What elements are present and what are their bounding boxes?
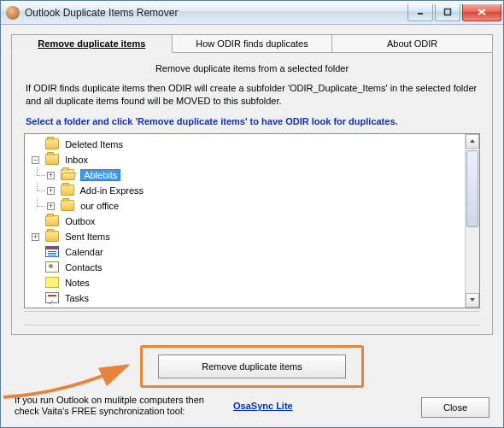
tree-toggle-expand[interactable]: + — [32, 233, 39, 241]
folder-tree-container: + Deleted Items − Inbox + — [24, 133, 480, 308]
tree-label: Outbox — [65, 216, 95, 226]
remove-duplicates-button[interactable]: Remove duplicate items — [158, 355, 346, 378]
tree-node-inbox[interactable]: − Inbox + Ablebits + — [32, 152, 463, 214]
instruction-text: Select a folder and click 'Remove duplic… — [26, 116, 478, 126]
tree-toggle-collapse[interactable]: − — [32, 156, 39, 164]
svg-rect-1 — [445, 9, 451, 15]
folder-open-icon — [61, 169, 74, 180]
maximize-button[interactable] — [435, 4, 460, 21]
tree-label: Sent Items — [65, 232, 110, 242]
tree-label: Tasks — [65, 293, 89, 303]
folder-icon — [45, 231, 59, 242]
tree-label-selected: Ablebits — [80, 169, 120, 181]
tree-node-ablebits[interactable]: + Ablebits — [47, 167, 463, 183]
folder-icon — [45, 154, 59, 165]
tree-label: our office — [80, 201, 119, 211]
tree-node-contacts[interactable]: + Contacts — [32, 260, 463, 275]
tree-node-outbox[interactable]: + Outbox — [32, 214, 463, 229]
tree-toggle-expand[interactable]: + — [47, 187, 55, 195]
tab-how-odir-finds[interactable]: How ODIR finds duplicates — [173, 34, 333, 53]
tab-strip: Remove duplicate items How ODIR finds du… — [11, 33, 493, 52]
tree-label: Contacts — [65, 262, 102, 273]
folder-icon — [61, 200, 74, 211]
tree-node-calendar[interactable]: + Calendar — [32, 244, 463, 260]
folder-icon — [45, 138, 59, 150]
tab-about-odir[interactable]: About ODIR — [332, 34, 493, 53]
action-row: Remove duplicate items — [11, 345, 493, 388]
tree-node-notes[interactable]: + Notes — [32, 275, 463, 290]
tree-label: Deleted Items — [65, 139, 123, 150]
osasync-link[interactable]: OsaSync Lite — [233, 401, 293, 411]
scroll-thumb[interactable] — [466, 150, 478, 227]
tab-remove-duplicates[interactable]: Remove duplicate items — [11, 34, 173, 53]
svg-marker-5 — [470, 298, 475, 302]
highlight-annotation: Remove duplicate items — [140, 345, 364, 388]
folder-icon — [45, 215, 59, 226]
app-icon — [6, 6, 20, 20]
tree-label: Calendar — [65, 247, 103, 257]
tab-pane: Remove duplicate items from a selected f… — [11, 52, 493, 335]
notes-icon — [45, 277, 59, 288]
app-window: Outlook Duplicate Items Remover Remove d… — [0, 0, 504, 428]
footer: If you run Outlook on mulitple computers… — [11, 391, 493, 420]
close-button[interactable]: Close — [421, 397, 489, 418]
scroll-down-button[interactable] — [466, 293, 479, 308]
tasks-icon — [45, 292, 59, 303]
folder-icon — [61, 185, 74, 196]
tree-label: Inbox — [65, 155, 88, 165]
minimize-button[interactable] — [407, 4, 433, 21]
tree-label: Add-in Express — [80, 185, 144, 196]
tree-node-office[interactable]: + our office — [47, 198, 463, 214]
tree-label: Notes — [65, 278, 90, 288]
tree-toggle-expand[interactable]: + — [47, 202, 55, 210]
vertical-scrollbar[interactable] — [465, 134, 479, 308]
scroll-up-button[interactable] — [466, 134, 479, 149]
window-buttons — [406, 4, 501, 21]
contacts-icon — [45, 261, 59, 273]
titlebar: Outlook Duplicate Items Remover — [1, 1, 503, 25]
intro-text: Remove duplicate items from a selected f… — [21, 63, 483, 73]
tree-node-deleted[interactable]: + Deleted Items — [32, 137, 463, 152]
footer-text: If you run Outlook on mulitple computers… — [15, 395, 220, 419]
tree-toggle-expand[interactable]: + — [47, 172, 55, 179]
folder-tree[interactable]: + Deleted Items − Inbox + — [25, 134, 465, 308]
tree-node-addin[interactable]: + Add-in Express — [47, 183, 463, 198]
close-window-button[interactable] — [462, 4, 501, 21]
horizontal-scrollbar[interactable] — [24, 311, 480, 325]
tree-node-sent[interactable]: + Sent Items — [32, 229, 463, 244]
tree-node-tasks[interactable]: + Tasks — [32, 290, 463, 306]
client-area: Remove duplicate items How ODIR finds du… — [1, 25, 503, 427]
description-text: If ODIR finds duplicate items then ODIR … — [26, 82, 478, 108]
window-title: Outlook Duplicate Items Remover — [25, 7, 406, 19]
scroll-track[interactable] — [466, 149, 479, 293]
calendar-icon — [45, 246, 59, 257]
svg-marker-4 — [470, 139, 475, 143]
